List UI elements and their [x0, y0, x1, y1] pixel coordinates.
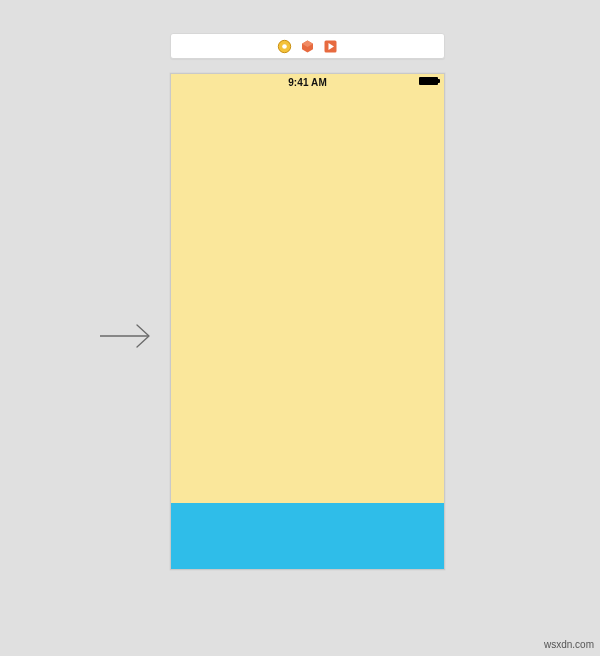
bottom-bar-view — [171, 503, 444, 569]
first-responder-icon[interactable] — [300, 39, 315, 54]
segue-arrow — [100, 316, 155, 356]
exit-icon[interactable] — [323, 39, 338, 54]
device-frame[interactable]: 9:41 AM — [170, 73, 445, 570]
viewcontroller-icon[interactable] — [277, 39, 292, 54]
storyboard-canvas: 9:41 AM — [170, 33, 445, 570]
main-view-background — [171, 74, 444, 569]
svg-point-2 — [282, 44, 287, 49]
battery-icon — [419, 77, 438, 85]
watermark: wsxdn.com — [544, 639, 594, 650]
status-bar: 9:41 AM — [171, 74, 444, 90]
status-time: 9:41 AM — [288, 77, 327, 88]
scene-toolbar — [170, 33, 445, 59]
